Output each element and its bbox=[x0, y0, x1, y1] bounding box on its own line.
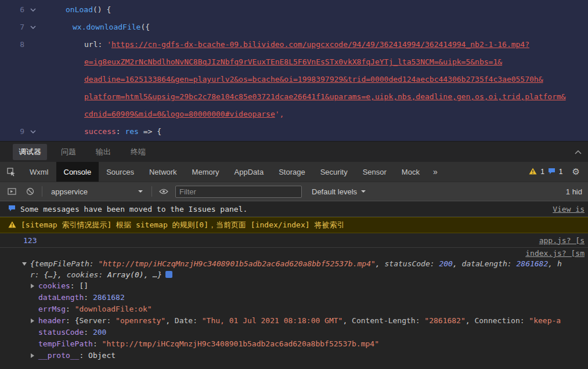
console-log-message: 123 app.js? [s bbox=[0, 233, 588, 248]
prop-inner-key: Date: bbox=[175, 316, 202, 325]
fold-chevron-icon[interactable] bbox=[24, 8, 42, 12]
log-levels-select[interactable]: Default levels bbox=[307, 187, 366, 196]
object-prop-dataLength: dataLength: 2861682 bbox=[0, 292, 588, 303]
code-line-8-wrap: platform=html5&upsig=29bc2c78e104c85e037… bbox=[0, 88, 588, 106]
object-prop-errMsg: errMsg: "downloadFile:ok" bbox=[0, 303, 588, 315]
tab-security[interactable]: Security bbox=[313, 162, 355, 182]
preview-token: {…}, bbox=[44, 270, 66, 279]
execution-context-value: appservice bbox=[51, 187, 88, 196]
prop-key: header bbox=[38, 316, 66, 325]
code-token: ({ bbox=[140, 23, 150, 31]
wechat-devtools-window: 6 onLoad() { 7 wx.downloadFile({ 8 url: … bbox=[0, 0, 588, 363]
prop-key: cookies bbox=[38, 281, 70, 290]
code-editor[interactable]: 6 onLoad() { 7 wx.downloadFile({ 8 url: … bbox=[0, 0, 588, 141]
tab-sensor[interactable]: Sensor bbox=[355, 162, 394, 182]
object-prop-cookies[interactable]: cookies: [] bbox=[0, 280, 588, 292]
url-string: cdnid=60909&mid=0&logo=80000000#videopar… bbox=[84, 110, 275, 118]
separator bbox=[151, 186, 152, 197]
prop-key: errMsg bbox=[38, 305, 66, 313]
source-link-indexjs[interactable]: index.js? [sm bbox=[525, 249, 585, 258]
tab-storage[interactable]: Storage bbox=[271, 162, 313, 182]
tab-memory[interactable]: Memory bbox=[185, 162, 227, 182]
message-icon[interactable] bbox=[548, 167, 555, 177]
view-issues-link[interactable]: View is bbox=[553, 205, 585, 214]
execution-context-select[interactable]: appservice bbox=[48, 187, 146, 196]
chevron-down-icon bbox=[361, 190, 366, 193]
object-prop-statusCode: statusCode: 200 bbox=[0, 327, 588, 338]
prop-sep: : bbox=[66, 305, 75, 313]
prop-token: , bbox=[165, 316, 175, 325]
fold-chevron-icon[interactable] bbox=[24, 26, 42, 29]
line-number: 6 bbox=[0, 1, 24, 19]
object-prop-header[interactable]: header: {Server: "openresty", Date: "Thu… bbox=[0, 315, 588, 327]
expand-icon[interactable] bbox=[31, 284, 34, 288]
prop-inner-key: Content-Length: bbox=[352, 316, 424, 325]
prop-inner-value: "2861682" bbox=[424, 316, 465, 325]
tab-network[interactable]: Network bbox=[142, 162, 185, 182]
code-token: wx.downloadFile bbox=[73, 23, 140, 31]
clear-console-icon[interactable] bbox=[24, 185, 37, 198]
code-token: ', bbox=[275, 110, 284, 118]
preview-token: , h bbox=[548, 259, 561, 268]
devtools-tab-bar: Wxml Console Sources Network Memory AppD… bbox=[0, 162, 588, 182]
gutter: 6 bbox=[0, 1, 58, 19]
tab-mock[interactable]: Mock bbox=[394, 162, 427, 182]
expand-icon[interactable] bbox=[31, 319, 34, 323]
preview-number: 2861682 bbox=[516, 259, 548, 268]
code-token: success bbox=[84, 127, 116, 136]
code-line-8-wrap: cdnid=60909&mid=0&logo=80000000#videopar… bbox=[0, 106, 588, 123]
prop-inner-value: "openresty" bbox=[116, 316, 165, 325]
prop-key: statusCode bbox=[38, 328, 84, 337]
inspect-element-icon[interactable] bbox=[0, 162, 22, 182]
eye-icon[interactable] bbox=[157, 185, 170, 198]
url-string: platform=html5&upsig=29bc2c78e104c85e037… bbox=[84, 92, 566, 101]
code-token: ' bbox=[107, 40, 111, 49]
code-line-7: 7 wx.downloadFile({ bbox=[0, 19, 588, 36]
tab-console[interactable]: Console bbox=[56, 162, 99, 182]
logged-number: 123 bbox=[23, 236, 37, 245]
prop-key: __proto__ bbox=[38, 351, 79, 360]
tab-appdata[interactable]: AppData bbox=[227, 162, 272, 182]
tab-output[interactable]: 输出 bbox=[90, 144, 117, 160]
source-link-appjs[interactable]: app.js? [s bbox=[539, 236, 585, 245]
prop-token: , bbox=[466, 316, 475, 325]
prop-sep: : bbox=[66, 316, 75, 325]
object-prop-proto[interactable]: __proto__: Object bbox=[0, 350, 588, 361]
object-prop-tempFilePath: tempFilePath: "http://tmp/iHCzqMnzjH9c34… bbox=[0, 338, 588, 350]
tab-issues[interactable]: 问题 bbox=[55, 144, 82, 160]
console-filter-input[interactable] bbox=[175, 186, 302, 198]
tab-debugger[interactable]: 调试器 bbox=[13, 144, 47, 160]
prop-value: 2861682 bbox=[93, 293, 125, 302]
tab-terminal[interactable]: 终端 bbox=[125, 144, 151, 160]
warning-icon[interactable] bbox=[529, 167, 537, 177]
prop-sep: : bbox=[70, 281, 80, 290]
message-count: 1 bbox=[559, 168, 563, 176]
debugger-tab-bar: 调试器 问题 输出 终端 bbox=[0, 141, 588, 162]
preview-token: , bbox=[376, 259, 385, 268]
code-token: url: bbox=[84, 40, 107, 49]
prop-inner-value: "keep-a bbox=[529, 316, 561, 325]
gutter: 7 bbox=[0, 19, 58, 36]
collapse-object-icon[interactable] bbox=[22, 262, 27, 266]
collapse-panel-icon[interactable] bbox=[573, 147, 583, 157]
info-message-text: Some messages have been moved to the Iss… bbox=[20, 205, 247, 214]
console-toolbar: appservice Default levels 1 hid bbox=[0, 182, 588, 201]
warning-message-text: [sitemap 索引情况提示] 根据 sitemap 的规则[0]，当前页面 … bbox=[21, 220, 344, 230]
prop-sep: : bbox=[84, 293, 93, 302]
prop-sep: : bbox=[79, 351, 88, 360]
expand-icon[interactable] bbox=[31, 353, 34, 358]
prop-value: 200 bbox=[93, 328, 106, 337]
console-sidebar-icon[interactable] bbox=[6, 185, 19, 198]
prop-value: [] bbox=[79, 281, 88, 290]
more-tabs-icon[interactable]: » bbox=[427, 162, 443, 182]
log-levels-value: Default levels bbox=[312, 187, 357, 196]
fold-chevron-icon[interactable] bbox=[24, 130, 42, 133]
tab-sources[interactable]: Sources bbox=[99, 162, 142, 182]
prop-token: , bbox=[342, 316, 352, 325]
prop-value: "http://tmp/iHCzqMnzjH9c3408901b5adb2ac6… bbox=[102, 339, 379, 348]
code-line-6: 6 onLoad() { bbox=[0, 1, 588, 19]
object-preview-line1[interactable]: {tempFilePath: "http://tmp/iHCzqMnzjH9c3… bbox=[0, 258, 588, 269]
code-token: : bbox=[116, 127, 125, 136]
tab-wxml[interactable]: Wxml bbox=[22, 162, 56, 182]
settings-gear-icon[interactable]: ⚙ bbox=[572, 167, 580, 177]
